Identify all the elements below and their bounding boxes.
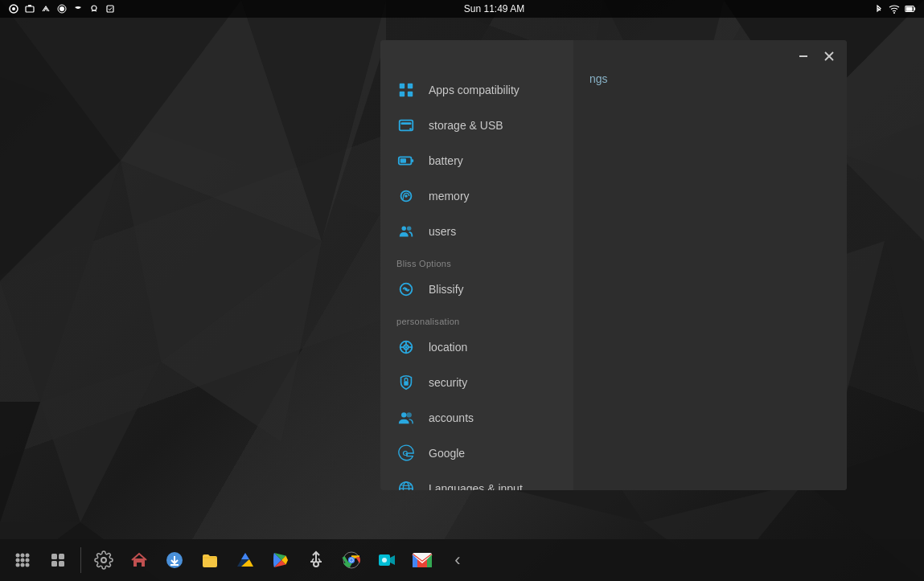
taskbar-apps-grid[interactable] <box>6 544 39 576</box>
settings-window: Apps compatibility storage & USB <box>380 40 847 490</box>
users-icon <box>396 222 416 241</box>
svg-rect-34 <box>914 7 915 10</box>
svg-point-74 <box>26 558 30 563</box>
taskbar: ‹ <box>0 539 924 581</box>
status-icon-1 <box>8 3 19 14</box>
status-bar-time: Sun 11:49 AM <box>464 3 524 14</box>
minimize-button[interactable] <box>792 45 815 68</box>
svg-point-32 <box>893 12 895 14</box>
sidebar-item-apps-compatibility[interactable]: Apps compatibility <box>380 72 573 108</box>
svg-point-82 <box>101 558 106 563</box>
security-icon <box>396 373 416 392</box>
svg-point-73 <box>21 558 25 563</box>
battery-label: battery <box>429 154 463 167</box>
status-icon-4 <box>56 3 68 14</box>
blissify-icon <box>396 280 416 299</box>
taskbar-divider-1 <box>80 547 81 573</box>
svg-rect-26 <box>26 6 34 12</box>
status-bar: Sun 11:49 AM <box>0 0 924 18</box>
svg-rect-80 <box>51 561 57 567</box>
svg-rect-62 <box>404 381 409 386</box>
svg-point-91 <box>314 562 318 567</box>
sidebar-item-battery[interactable]: battery <box>380 143 573 178</box>
svg-point-52 <box>407 227 412 231</box>
accounts-label: accounts <box>429 411 474 424</box>
svg-point-72 <box>16 558 20 563</box>
window-titlebar <box>786 40 847 72</box>
svg-rect-40 <box>408 84 413 88</box>
memory-label: memory <box>429 190 470 203</box>
svg-text:G: G <box>402 449 408 457</box>
svg-marker-18 <box>885 241 924 402</box>
taskbar-left: ‹ <box>6 544 474 576</box>
sidebar-item-accounts[interactable]: accounts <box>380 400 573 436</box>
status-bar-left <box>8 3 116 14</box>
svg-rect-94 <box>310 561 314 563</box>
svg-point-28 <box>60 6 64 11</box>
sidebar-item-security[interactable]: security <box>380 365 573 400</box>
status-icon-3 <box>40 3 51 14</box>
content-text: ngs <box>589 72 608 85</box>
svg-rect-42 <box>408 92 413 96</box>
svg-point-54 <box>405 288 408 291</box>
svg-rect-78 <box>51 554 57 559</box>
svg-rect-27 <box>28 5 31 6</box>
taskbar-drive[interactable] <box>229 544 261 576</box>
svg-point-51 <box>402 227 407 231</box>
taskbar-download[interactable] <box>158 544 191 576</box>
google-icon: G <box>396 444 416 463</box>
close-button[interactable] <box>818 45 840 68</box>
svg-point-77 <box>26 563 30 567</box>
bluetooth-icon <box>873 3 884 14</box>
svg-rect-36 <box>799 55 807 57</box>
sidebar-item-location[interactable]: location <box>380 329 573 365</box>
languages-icon <box>396 479 416 490</box>
svg-rect-79 <box>59 554 64 559</box>
taskbar-arrow[interactable]: ‹ <box>441 544 474 576</box>
taskbar-duo[interactable] <box>371 544 403 576</box>
status-icon-7 <box>105 3 116 14</box>
sidebar-item-languages[interactable]: Languages & input <box>380 471 573 490</box>
svg-point-61 <box>405 346 408 349</box>
taskbar-usb[interactable] <box>300 544 332 576</box>
svg-point-76 <box>21 563 25 567</box>
sidebar-item-blissify[interactable]: Blissify <box>380 272 573 307</box>
svg-point-100 <box>350 558 353 562</box>
languages-label: Languages & input <box>429 482 523 490</box>
taskbar-play-store[interactable] <box>265 544 297 576</box>
google-label: Google <box>429 447 465 460</box>
sidebar-item-google[interactable]: G Google <box>380 436 573 471</box>
memory-icon <box>396 186 416 206</box>
sidebar-item-storage[interactable]: storage & USB <box>380 108 573 143</box>
taskbar-gmail[interactable] <box>406 544 438 576</box>
apps-compatibility-icon <box>396 80 416 100</box>
status-icon-2 <box>24 3 35 14</box>
sidebar-item-memory[interactable]: memory <box>380 178 573 214</box>
svg-point-63 <box>401 412 406 417</box>
battery-nav-icon <box>396 151 416 170</box>
taskbar-home[interactable] <box>123 544 155 576</box>
content-area: ngs <box>573 40 847 490</box>
accounts-icon <box>396 408 416 428</box>
taskbar-apps-menu[interactable] <box>42 544 74 576</box>
svg-marker-6 <box>40 362 161 522</box>
svg-point-50 <box>405 194 408 198</box>
storage-icon <box>396 116 416 135</box>
security-label: security <box>429 376 467 389</box>
svg-rect-35 <box>906 6 913 10</box>
battery-icon <box>905 3 916 14</box>
sidebar-nav: Apps compatibility storage & USB <box>380 40 573 490</box>
sidebar-item-users[interactable]: users <box>380 214 573 249</box>
svg-rect-41 <box>400 92 405 96</box>
taskbar-chrome[interactable] <box>335 544 368 576</box>
svg-point-30 <box>92 6 97 10</box>
svg-point-75 <box>16 563 20 567</box>
svg-point-71 <box>26 554 30 558</box>
taskbar-files[interactable] <box>194 544 226 576</box>
svg-rect-81 <box>59 561 64 567</box>
svg-marker-5 <box>0 402 40 522</box>
location-label: location <box>429 341 467 354</box>
bliss-options-section-label: Bliss Options <box>380 249 573 272</box>
taskbar-settings[interactable] <box>88 544 120 576</box>
personalisation-section-label: personalisation <box>380 307 573 329</box>
